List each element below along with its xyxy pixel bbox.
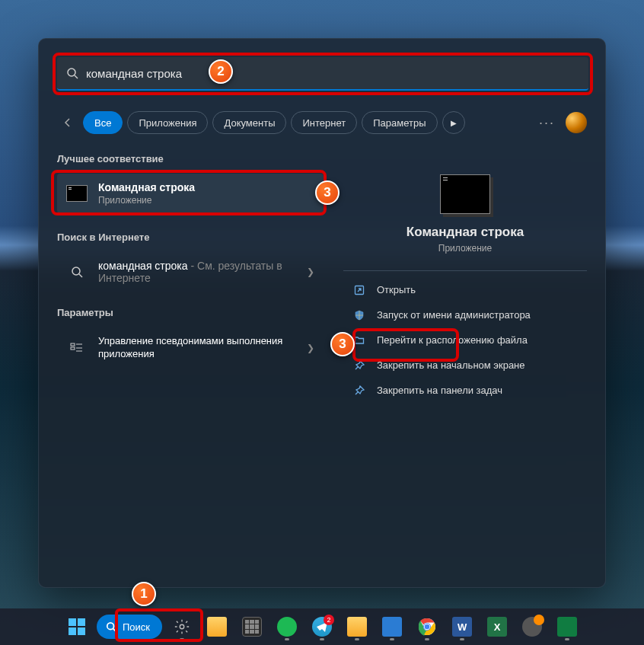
settings-item[interactable]: Управление псевдонимами выполнения прило… xyxy=(57,327,324,369)
svg-point-10 xyxy=(107,623,114,630)
start-button[interactable] xyxy=(62,611,92,642)
taskbar-search-button[interactable]: Поиск xyxy=(97,615,162,639)
svg-rect-5 xyxy=(71,347,75,350)
taskbar-calculator[interactable] xyxy=(237,611,267,642)
search-input[interactable] xyxy=(86,67,579,80)
filter-settings[interactable]: Параметры xyxy=(362,111,437,134)
annotation-badge-2: 2 xyxy=(209,59,233,84)
divider xyxy=(343,270,587,271)
best-match-subtitle: Приложение xyxy=(98,195,314,206)
chevron-right-icon: ❯ xyxy=(307,267,314,277)
shield-icon xyxy=(352,310,366,321)
taskbar-telegram[interactable]: 2 xyxy=(307,611,337,642)
taskbar-app-green[interactable] xyxy=(552,611,582,642)
preview-column: Командная строка Приложение Открыть Запу… xyxy=(343,161,587,403)
annotation-badge-3: 3 xyxy=(315,180,340,205)
action-label: Закрепить на панели задач xyxy=(377,385,502,396)
best-match-item[interactable]: Командная строка Приложение xyxy=(57,174,324,213)
preview-subtitle: Приложение xyxy=(343,243,587,254)
chrome-icon xyxy=(418,618,436,636)
generic-app-icon xyxy=(557,617,577,637)
svg-line-11 xyxy=(113,629,116,632)
search-icon xyxy=(66,262,88,282)
svg-line-1 xyxy=(75,75,78,78)
search-icon xyxy=(66,67,78,79)
notification-badge: 2 xyxy=(324,615,334,625)
svg-point-17 xyxy=(425,624,430,630)
annotation-badge-3b: 3 xyxy=(330,332,355,356)
taskbar-app-blue[interactable] xyxy=(377,611,407,642)
calculator-icon xyxy=(242,617,262,637)
preview-app-icon xyxy=(440,174,490,214)
settings-item-text: Управление псевдонимами выполнения прило… xyxy=(98,335,307,361)
notification-badge xyxy=(534,615,544,625)
taskbar-explorer[interactable] xyxy=(202,611,232,642)
taskbar-app-orange[interactable] xyxy=(517,611,547,642)
alias-icon xyxy=(66,338,88,358)
svg-point-12 xyxy=(180,624,184,629)
taskbar: Поиск 2 xyxy=(0,608,644,645)
taskbar-settings[interactable] xyxy=(167,611,197,642)
results-column: Лучшее соответствие Командная строка При… xyxy=(57,153,324,369)
action-file-location[interactable]: Перейти к расположению файла xyxy=(343,327,587,353)
web-search-item[interactable]: командная строка - См. результаты в Инте… xyxy=(57,252,324,292)
annotation-badge-1: 1 xyxy=(132,582,156,606)
search-bar[interactable] xyxy=(57,57,588,91)
action-label: Запуск от имени администратора xyxy=(377,309,531,321)
excel-icon: X xyxy=(487,617,507,637)
word-icon: W xyxy=(452,617,472,637)
action-pin-start[interactable]: Закрепить на начальном экране xyxy=(343,353,587,378)
action-pin-taskbar[interactable]: Закрепить на панели задач xyxy=(343,378,587,403)
pin-icon xyxy=(352,360,366,371)
filter-docs[interactable]: Документы xyxy=(212,111,286,134)
preview-title: Командная строка xyxy=(343,225,587,240)
generic-app-icon xyxy=(382,617,402,637)
back-button[interactable] xyxy=(57,112,78,133)
action-open[interactable]: Открыть xyxy=(343,277,587,302)
folder-icon xyxy=(347,617,367,637)
user-avatar[interactable] xyxy=(566,112,587,133)
filter-all[interactable]: Все xyxy=(83,111,123,134)
explorer-icon xyxy=(207,617,227,637)
more-options-button[interactable]: ··· xyxy=(533,112,561,134)
taskbar-folder[interactable] xyxy=(342,611,372,642)
spotify-icon xyxy=(277,617,297,637)
web-search-text: командная строка - См. результаты в Инте… xyxy=(98,260,307,284)
search-button-label: Поиск xyxy=(123,621,150,633)
action-label: Открыть xyxy=(377,284,416,295)
chevron-right-icon: ❯ xyxy=(307,343,314,353)
svg-line-3 xyxy=(79,274,82,277)
pin-icon xyxy=(352,385,366,396)
search-panel: Все Приложения Документы Интернет Параме… xyxy=(38,38,606,588)
best-match-title: Командная строка xyxy=(98,181,314,193)
taskbar-spotify[interactable] xyxy=(272,611,302,642)
windows-logo-icon xyxy=(69,618,85,635)
action-label: Закрепить на начальном экране xyxy=(377,359,525,371)
filter-web[interactable]: Интернет xyxy=(291,111,357,134)
taskbar-excel[interactable]: X xyxy=(482,611,512,642)
settings-label: Параметры xyxy=(57,307,324,318)
action-run-admin[interactable]: Запуск от имени администратора xyxy=(343,302,587,327)
taskbar-word[interactable]: W xyxy=(447,611,477,642)
filter-apps[interactable]: Приложения xyxy=(127,111,208,134)
best-match-label: Лучшее соответствие xyxy=(57,153,324,164)
svg-rect-4 xyxy=(71,343,75,346)
svg-point-2 xyxy=(72,267,80,275)
taskbar-chrome[interactable] xyxy=(412,611,442,642)
cmd-icon xyxy=(66,184,88,203)
open-icon xyxy=(352,285,366,295)
filter-bar: Все Приложения Документы Интернет Параме… xyxy=(57,107,587,138)
svg-point-0 xyxy=(68,69,75,76)
web-search-label: Поиск в Интернете xyxy=(57,231,324,243)
action-label: Перейти к расположению файла xyxy=(377,334,528,346)
filter-more-toggle[interactable]: ▶ xyxy=(442,111,465,134)
